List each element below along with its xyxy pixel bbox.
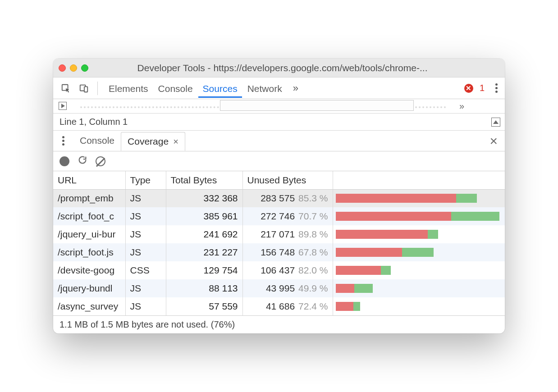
- error-badge-icon[interactable]: ✕: [464, 84, 473, 93]
- header-url[interactable]: URL: [53, 171, 125, 189]
- cell-url: /devsite-goog: [53, 261, 125, 279]
- svg-rect-2: [84, 87, 87, 92]
- cell-unused-bytes: 41 68672.4 %: [242, 297, 333, 315]
- cell-unused-bytes: 43 99549.9 %: [242, 279, 333, 297]
- cell-total-bytes: 385 961: [166, 207, 242, 225]
- cell-usage-bar: [333, 261, 505, 279]
- cell-unused-bytes: 106 43782.0 %: [242, 261, 333, 279]
- close-drawer-icon[interactable]: ×: [489, 133, 501, 149]
- close-tab-icon[interactable]: ×: [173, 137, 178, 146]
- tab-network[interactable]: Network: [243, 79, 287, 98]
- close-window-button[interactable]: [59, 64, 66, 72]
- cell-url: /script_foot.js: [53, 243, 125, 261]
- cell-url: /jquery-bundl: [53, 279, 125, 297]
- error-count[interactable]: 1: [480, 83, 485, 93]
- tab-sources[interactable]: Sources: [198, 79, 242, 98]
- show-console-icon[interactable]: [491, 118, 500, 127]
- cell-url: /script_foot_c: [53, 207, 125, 225]
- cell-usage-bar: [333, 243, 505, 261]
- coverage-summary: 1.1 MB of 1.5 MB bytes are not used. (76…: [53, 315, 505, 333]
- cell-total-bytes: 231 227: [166, 243, 242, 261]
- header-bar[interactable]: [333, 171, 505, 189]
- devtools-window: Developer Tools - https://developers.goo…: [53, 59, 505, 333]
- table-row[interactable]: /prompt_embJS332 368283 57585.3 %: [53, 189, 505, 207]
- cell-usage-bar: [333, 297, 505, 315]
- toggle-device-toolbar-icon[interactable]: [77, 81, 91, 96]
- cell-type: JS: [125, 243, 166, 261]
- title-bar: Developer Tools - https://developers.goo…: [53, 59, 505, 77]
- cell-usage-bar: [333, 207, 505, 225]
- tab-elements[interactable]: Elements: [104, 79, 153, 98]
- table-row[interactable]: /jquery_ui-burJS241 692217 07189.8 %: [53, 225, 505, 243]
- cell-usage-bar: [333, 225, 505, 243]
- sources-toolbar: »: [53, 99, 505, 114]
- window-title: Developer Tools - https://developers.goo…: [65, 63, 499, 73]
- table-row[interactable]: /script_foot.jsJS231 227156 74867.8 %: [53, 243, 505, 261]
- cell-usage-bar: [333, 279, 505, 297]
- table-row[interactable]: /devsite-googCSS129 754106 43782.0 %: [53, 261, 505, 279]
- cell-unused-bytes: 217 07189.8 %: [242, 225, 333, 243]
- cell-total-bytes: 57 559: [166, 297, 242, 315]
- separator: [97, 82, 98, 95]
- tab-console[interactable]: Console: [154, 79, 197, 98]
- cell-type: JS: [125, 279, 166, 297]
- cell-total-bytes: 129 754: [166, 261, 242, 279]
- cell-total-bytes: 241 692: [166, 225, 242, 243]
- coverage-table: URL Type Total Bytes Unused Bytes /promp…: [53, 171, 505, 315]
- cell-unused-bytes: 272 74670.7 %: [242, 207, 333, 225]
- drawer-menu-icon[interactable]: [59, 134, 68, 147]
- settings-menu-icon[interactable]: [492, 82, 501, 95]
- drawer-tab-label: Console: [80, 135, 114, 146]
- cell-url: /async_survey: [53, 297, 125, 315]
- cell-total-bytes: 332 368: [166, 189, 242, 207]
- show-navigator-icon[interactable]: [59, 102, 67, 110]
- main-tab-bar: ElementsConsoleSourcesNetwork » ✕ 1: [53, 77, 505, 99]
- editor-status-bar: Line 1, Column 1: [53, 114, 505, 131]
- table-row[interactable]: /async_surveyJS57 55941 68672.4 %: [53, 297, 505, 315]
- more-chevron-icon[interactable]: »: [459, 101, 464, 111]
- inspect-element-icon[interactable]: [59, 81, 73, 96]
- table-row[interactable]: /jquery-bundlJS88 11343 99549.9 %: [53, 279, 505, 297]
- cell-type: JS: [125, 207, 166, 225]
- more-tabs-chevron-icon[interactable]: »: [290, 82, 301, 94]
- drawer-tab-label: Coverage: [128, 136, 169, 147]
- cell-unused-bytes: 283 57585.3 %: [242, 189, 333, 207]
- cell-type: CSS: [125, 261, 166, 279]
- source-file-dropdown[interactable]: [220, 100, 414, 111]
- drawer-tab-console[interactable]: Console: [73, 132, 121, 150]
- reload-icon[interactable]: [78, 155, 87, 167]
- header-total[interactable]: Total Bytes: [166, 171, 242, 189]
- cell-usage-bar: [333, 189, 505, 207]
- cell-url: /jquery_ui-bur: [53, 225, 125, 243]
- cell-type: JS: [125, 297, 166, 315]
- clear-icon[interactable]: [96, 156, 105, 166]
- cell-unused-bytes: 156 74867.8 %: [242, 243, 333, 261]
- cursor-position: Line 1, Column 1: [59, 117, 128, 127]
- cell-url: /prompt_emb: [53, 189, 125, 207]
- cell-type: JS: [125, 225, 166, 243]
- drawer-tab-coverage[interactable]: Coverage×: [121, 132, 185, 151]
- coverage-toolbar: [53, 151, 505, 171]
- cell-type: JS: [125, 189, 166, 207]
- record-icon[interactable]: [59, 156, 69, 166]
- header-type[interactable]: Type: [125, 171, 166, 189]
- header-unused[interactable]: Unused Bytes: [242, 171, 333, 189]
- cell-total-bytes: 88 113: [166, 279, 242, 297]
- table-row[interactable]: /script_foot_cJS385 961272 74670.7 %: [53, 207, 505, 225]
- drawer-tab-bar: ConsoleCoverage× ×: [53, 131, 505, 151]
